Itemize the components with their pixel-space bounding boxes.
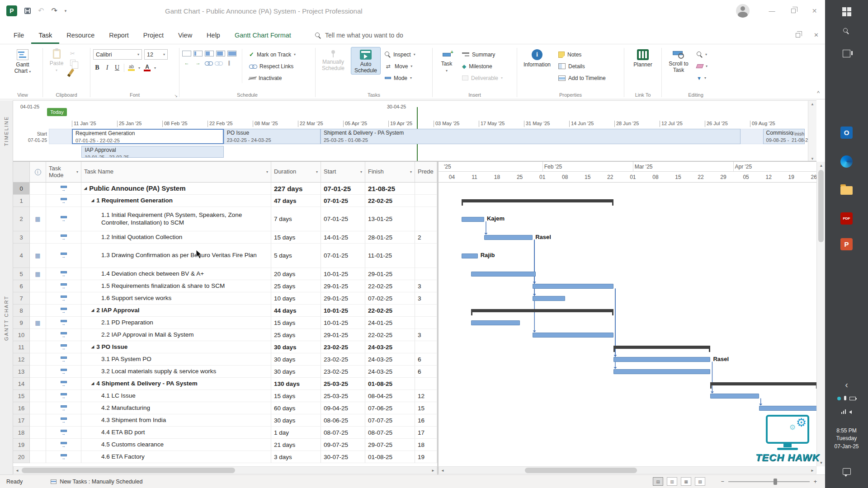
task-name-cell[interactable]: 3.2 Local materials supply & service wor… [81, 366, 271, 378]
customize-qat-icon[interactable]: ▾ [65, 9, 67, 13]
start-cell[interactable]: 10-01-25 [321, 305, 365, 317]
start-cell[interactable]: 10-01-25 [321, 317, 365, 329]
summary-bar[interactable] [710, 382, 816, 385]
task-name-cell[interactable]: ◢3 PO Issue [81, 341, 271, 353]
start-cell[interactable]: 08-07-25 [321, 427, 365, 439]
insert-task-button[interactable]: Task▾ [435, 47, 458, 74]
finish-cell[interactable]: 29-07-25 [365, 439, 415, 451]
task-mode-cell[interactable]: → [46, 427, 81, 439]
timeline-bar[interactable]: Requirement Generation07-01-25 - 22-02-2… [72, 129, 224, 144]
predecessor-cell[interactable] [415, 268, 437, 280]
start-cell[interactable]: 08-06-25 [321, 414, 365, 427]
chart-hscrollbar[interactable]: ◄ ► [439, 466, 816, 474]
percent-50[interactable] [205, 51, 214, 56]
tell-me-search[interactable]: Tell me what you want to do [315, 32, 403, 39]
table-row[interactable]: 13→3.2 Local materials supply & service … [13, 366, 437, 378]
save-icon[interactable] [24, 8, 31, 14]
inspect-button[interactable]: Inspect▾ [383, 49, 417, 60]
task-mode-cell[interactable]: → [46, 341, 81, 353]
predecessor-cell[interactable] [415, 305, 437, 317]
info-cell[interactable]: ▦ [30, 317, 46, 329]
task-mode-cell[interactable]: → [46, 195, 81, 207]
insert-summary-button[interactable]: Summary [461, 49, 504, 60]
chart-vscrollbar[interactable]: ▲ ▼ [816, 162, 825, 466]
bold-button[interactable]: B [94, 64, 100, 71]
restore-button[interactable] [783, 0, 804, 22]
close-button[interactable]: ✕ [804, 0, 825, 22]
row-number[interactable]: 4 [13, 244, 30, 268]
task-mode-cell[interactable]: → [46, 402, 81, 414]
scroll-up-icon[interactable]: ▲ [817, 162, 825, 169]
predecessor-cell[interactable]: 3 [415, 292, 437, 305]
task-name-cell[interactable]: 4.1 LC Issue [81, 390, 271, 402]
select-all-corner[interactable] [13, 162, 30, 183]
info-cell[interactable]: ▦ [30, 207, 46, 231]
clear-button[interactable]: ▾ [695, 61, 709, 71]
finish-cell[interactable]: 01-08-25 [365, 378, 415, 390]
row-number[interactable]: 20 [13, 451, 30, 463]
predecessors-header[interactable]: Prede [415, 162, 437, 183]
task-bar[interactable] [613, 369, 711, 374]
duration-cell[interactable]: 130 days [271, 378, 321, 390]
duration-cell[interactable]: 30 days [271, 341, 321, 353]
font-size-combo[interactable]: 12▾ [144, 49, 168, 60]
scroll-left-icon[interactable]: ◄ [14, 467, 21, 474]
paste-button[interactable]: Paste▾ [46, 47, 67, 73]
tab-project[interactable]: Project [136, 32, 171, 44]
start-cell[interactable]: 14-01-25 [321, 231, 365, 244]
task-mode-header[interactable]: Task Mode▾ [46, 162, 81, 183]
row-number[interactable]: 19 [13, 439, 30, 451]
timeline-bar[interactable]: IAP Approval10-01-25 - 22-02-25 [81, 146, 223, 158]
project-app-icon[interactable]: P [6, 5, 17, 16]
info-cell[interactable]: ▦ [30, 244, 46, 268]
finish-cell[interactable]: 11-01-25 [365, 244, 415, 268]
duration-cell[interactable]: 21 days [271, 439, 321, 451]
timeline-bar[interactable]: PO Issue23-02-25 - 24-03-25 [224, 129, 321, 144]
finish-cell[interactable]: 22-02-25 [365, 195, 415, 207]
task-bar[interactable] [710, 394, 759, 399]
table-row[interactable]: 11→◢3 PO Issue30 days23-02-2524-03-25 [13, 341, 437, 353]
cut-icon[interactable]: ✂ [70, 50, 75, 57]
gantt-pane-strip[interactable]: GANTT CHART [0, 162, 13, 474]
table-row[interactable]: 0→◢Public Announce (PA) System227 days07… [13, 183, 437, 195]
collapse-ribbon-icon[interactable]: ^ [817, 90, 820, 96]
row-number[interactable]: 13 [13, 366, 30, 378]
unlink-tasks-icon[interactable] [215, 61, 222, 65]
timeline-bar[interactable]: Shipment & Delivery - PA System25-03-25 … [321, 129, 741, 144]
info-cell[interactable] [30, 305, 46, 317]
row-number[interactable]: 1 [13, 195, 30, 207]
predecessor-cell[interactable] [415, 183, 437, 195]
start-cell[interactable]: 07-01-25 [321, 183, 365, 195]
predecessor-cell[interactable] [415, 207, 437, 231]
collapse-triangle-icon[interactable]: ◢ [91, 308, 94, 313]
insert-milestone-button[interactable]: ◆Milestone [461, 61, 504, 71]
task-mode-cell[interactable]: → [46, 280, 81, 292]
table-row[interactable]: 20→4.6 ETA Factory3 days30-07-2501-08-25… [13, 451, 437, 463]
notes-button[interactable]: Notes [557, 49, 607, 60]
outlook-button[interactable]: O [825, 127, 868, 139]
doc-close-icon[interactable]: ✕ [814, 32, 819, 38]
finish-cell[interactable]: 01-08-25 [365, 451, 415, 463]
task-mode-cell[interactable]: → [46, 207, 81, 231]
task-name-cell[interactable]: 4.2 Manufacturing [81, 402, 271, 414]
task-name-header[interactable]: Task Name▾ [81, 162, 271, 183]
copy-icon[interactable] [70, 60, 75, 66]
finish-cell[interactable]: 24-03-25 [365, 366, 415, 378]
find-button[interactable]: ▾ [695, 49, 709, 60]
info-cell[interactable] [30, 366, 46, 378]
task-bar[interactable] [471, 320, 519, 325]
predecessor-cell[interactable]: 3 [415, 280, 437, 292]
task-mode-cell[interactable]: → [46, 414, 81, 427]
predecessor-cell[interactable] [415, 317, 437, 329]
task-name-cell[interactable]: ◢1 Requirement Generation [81, 195, 271, 207]
gantt-view-button[interactable]: ▤ [653, 477, 663, 486]
task-name-cell[interactable]: 2.1 PD Preparation [81, 317, 271, 329]
tab-report[interactable]: Report [102, 32, 136, 44]
task-name-cell[interactable]: 1.4 Deviation check between BV & A+ [81, 268, 271, 280]
finish-cell[interactable]: 24-03-25 [365, 341, 415, 353]
timeline-pane[interactable]: 04-01-25 30-04-25 Today 11 Jan '2525 Jan… [13, 100, 816, 162]
info-cell[interactable] [30, 280, 46, 292]
predecessor-cell[interactable]: 16 [415, 414, 437, 427]
row-number[interactable]: 10 [13, 329, 30, 341]
percent-75[interactable] [216, 51, 225, 56]
